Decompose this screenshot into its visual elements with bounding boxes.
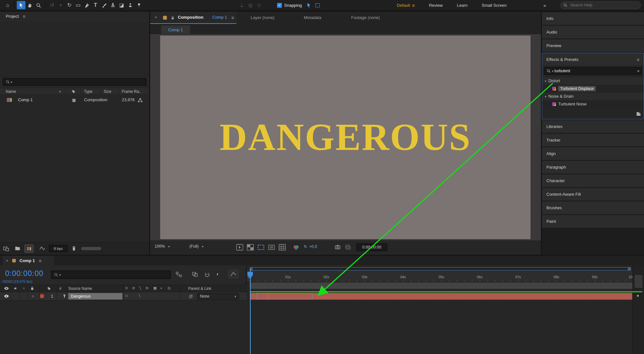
effect-item-turbulent-displace[interactable]: Turbulent Displace <box>542 85 644 93</box>
workspace-learn[interactable]: Learn <box>457 3 467 8</box>
source-name-column-header[interactable]: Source Name <box>68 286 92 291</box>
pan-camera-tool[interactable]: + <box>56 1 65 9</box>
table-row-comp1[interactable]: Comp 1 Composition 23,976 <box>0 96 149 104</box>
switch-header-icon-frame-blend[interactable]: ▦ <box>153 286 157 290</box>
switch-header-icon-adjustment[interactable]: ◎ <box>168 286 171 290</box>
panel-paint[interactable]: Paint <box>542 215 644 228</box>
region-of-interest-icon[interactable] <box>268 244 275 251</box>
rotation-tool[interactable]: ↻ <box>65 1 74 9</box>
viewer-timecode[interactable]: 0:00:00:00 <box>356 243 387 251</box>
show-snapshot-icon[interactable] <box>345 244 351 250</box>
selection-tool[interactable] <box>17 1 25 9</box>
switch-header-icon-motion-blur[interactable]: ◐ <box>160 286 163 290</box>
layer-name-cell[interactable]: Dangerous <box>68 293 122 300</box>
switch-header-icon-quality2[interactable]: ╲ <box>139 286 141 290</box>
pen-tool[interactable] <box>82 1 91 9</box>
timeline-tab-close-icon[interactable]: × <box>6 258 8 263</box>
bit-depth-button[interactable]: 8 bpc <box>49 245 68 252</box>
draft-3d-icon[interactable] <box>192 272 198 277</box>
effects-group-distort[interactable]: ▾ Distort <box>542 77 644 85</box>
lock-column-icon[interactable] <box>30 286 34 290</box>
column-type[interactable]: Type <box>84 89 92 94</box>
expand-panel-icon[interactable] <box>3 246 9 251</box>
project-menu-icon[interactable]: ≡ <box>23 14 25 19</box>
panel-brushes[interactable]: Brushes <box>542 202 644 214</box>
workspace-overflow-chevron[interactable]: » <box>543 3 546 8</box>
parent-link-column-header[interactable]: Parent & Link <box>188 286 211 291</box>
axis-local-icon[interactable]: ⊥ <box>237 1 246 9</box>
parent-pickwhip-icon[interactable]: @ <box>189 294 193 299</box>
effects-search-chevron[interactable]: ▾ <box>552 69 553 73</box>
effects-panel-header[interactable]: Effects & Presets ≡ <box>542 53 644 65</box>
sort-ascending-icon[interactable]: ▲ <box>59 90 62 93</box>
axis-view-icon[interactable]: ◇ <box>255 1 264 9</box>
switch-header-icon-quality[interactable]: ⊙ <box>125 286 128 290</box>
resolution-dropdown[interactable]: (Full) ▾ <box>189 244 204 249</box>
vertical-scrollbar-thumb[interactable] <box>635 275 642 288</box>
layer-visibility-eye-icon[interactable] <box>4 294 9 298</box>
timeline-search-input[interactable]: ▾ <box>51 270 171 279</box>
switch-header-icon-fx[interactable]: fx <box>146 286 149 290</box>
timeline-menu-icon[interactable]: ≡ <box>39 258 42 263</box>
delete-trash-icon[interactable] <box>72 246 76 251</box>
sub-tab-comp1[interactable]: Comp 1 <box>161 25 190 34</box>
label-color-chip[interactable] <box>72 99 76 102</box>
reset-exposure-icon[interactable]: ↻ <box>304 244 307 249</box>
grid-guides-icon[interactable] <box>279 244 286 251</box>
column-size[interactable]: Size <box>104 89 111 94</box>
tab-footage[interactable]: Footage (none) <box>351 15 380 20</box>
shy-layers-icon[interactable] <box>204 272 210 277</box>
workspace-review[interactable]: Review <box>429 3 443 8</box>
panel-preview[interactable]: Preview <box>542 39 644 52</box>
tab-composition-label[interactable]: Composition <box>178 15 203 20</box>
interpret-footage-icon[interactable] <box>39 246 45 251</box>
new-composition-icon[interactable] <box>24 244 34 253</box>
orbit-camera-tool[interactable]: ↺ <box>48 1 56 9</box>
composition-canvas[interactable]: DANGEROUS <box>160 35 531 239</box>
layer-quality-switch[interactable]: ⊙ <box>125 294 128 298</box>
effects-search-input[interactable] <box>554 69 636 73</box>
current-timecode[interactable]: 0:00:00:00 <box>5 269 43 278</box>
eye-column-icon[interactable] <box>4 286 9 290</box>
channel-settings-icon[interactable] <box>293 245 300 250</box>
label-column-icon[interactable] <box>47 286 51 290</box>
lock-icon[interactable] <box>171 15 175 20</box>
effects-group-noise-grain[interactable]: ▾ Noise & Grain <box>542 93 644 100</box>
eraser-tool[interactable]: ◪ <box>117 1 126 9</box>
help-search-input[interactable] <box>560 1 641 9</box>
tab-metadata[interactable]: Metadata <box>304 15 321 20</box>
parent-dropdown[interactable]: None ▾ <box>197 293 239 300</box>
snapping-toggle[interactable]: ✓ Snapping <box>277 3 302 8</box>
layer-row-dangerous[interactable]: › 1 T Dangerous ⊙ ╲ @ None ▾ <box>0 292 246 300</box>
time-navigator-bar[interactable] <box>250 267 631 270</box>
project-search-input[interactable]: ▾ <box>3 78 147 86</box>
index-column-header[interactable]: # <box>59 286 62 291</box>
row-name[interactable]: Comp 1 <box>18 97 33 102</box>
snapping-checkbox[interactable]: ✓ <box>277 3 282 8</box>
column-name[interactable]: Name <box>6 89 16 94</box>
snapshot-camera-icon[interactable] <box>334 244 341 250</box>
effect-turbulent-noise-label[interactable]: Turbulent Noise <box>558 102 587 106</box>
zoom-tool[interactable] <box>34 1 43 9</box>
layer-expander-icon[interactable]: › <box>32 293 34 299</box>
panel-tracker[interactable]: Tracker <box>542 134 644 146</box>
panel-paragraph[interactable]: Paragraph <box>542 161 644 173</box>
type-tool[interactable]: T <box>91 1 100 9</box>
panel-align[interactable]: Align <box>542 147 644 160</box>
workspace-default[interactable]: Default ≡ <box>397 3 415 8</box>
timeline-search-chevron[interactable]: ▾ <box>59 273 61 277</box>
brush-tool[interactable] <box>100 1 109 9</box>
effects-search-clear-icon[interactable]: × <box>637 69 639 74</box>
switch-header-icon-collapse[interactable]: ⊘ <box>132 286 135 290</box>
effects-menu-icon[interactable]: ≡ <box>637 57 639 62</box>
column-frame-rate[interactable]: Frame Ra.. <box>122 89 141 94</box>
effect-item-turbulent-noise[interactable]: Turbulent Noise <box>542 100 644 108</box>
composition-mini-flowchart-icon[interactable] <box>176 272 182 277</box>
label-column-icon[interactable] <box>72 89 76 93</box>
effects-search-box[interactable]: ▾ × <box>544 67 642 75</box>
panel-info[interactable]: Info <box>542 12 644 25</box>
puppet-pin-tool[interactable] <box>135 1 143 9</box>
hand-tool[interactable] <box>25 1 34 9</box>
playhead-line[interactable] <box>250 270 251 354</box>
panel-audio[interactable]: Audio <box>542 26 644 38</box>
